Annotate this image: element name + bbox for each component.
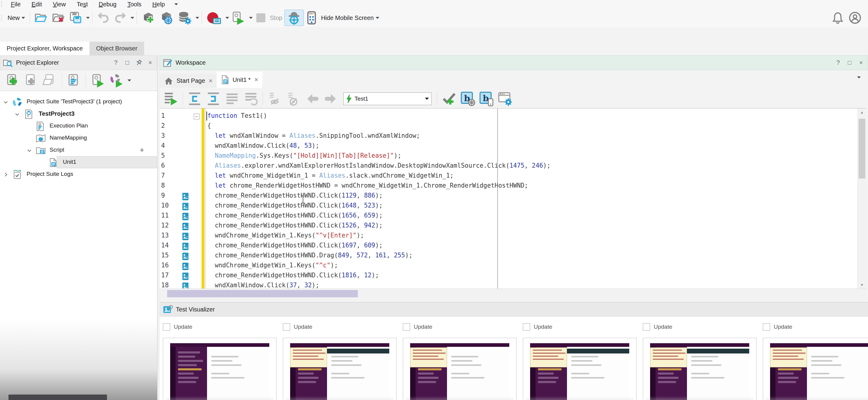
undo-options-caret[interactable] xyxy=(130,16,134,19)
visualizer-frame-icon[interactable] xyxy=(182,222,189,231)
spy-button[interactable] xyxy=(284,10,304,26)
visualizer-frame-icon[interactable] xyxy=(182,282,189,289)
data-settings-button[interactable] xyxy=(176,10,194,26)
add-script-unit-button[interactable]: + xyxy=(140,145,144,155)
code-line[interactable]: chrome_RenderWidgetHostHWND.Click(1697, … xyxy=(207,242,383,249)
visualizer-frame-icon[interactable] xyxy=(182,252,189,260)
open-item-button[interactable] xyxy=(40,72,59,88)
update-checkbox[interactable] xyxy=(163,323,170,331)
menu-edit[interactable]: Edit xyxy=(26,1,47,8)
scrollbar-thumb[interactable] xyxy=(859,119,865,178)
menubar-grip[interactable] xyxy=(1,1,3,7)
code-line[interactable]: chrome_RenderWidgetHostHWND.Drag(849, 57… xyxy=(207,252,412,259)
run-project-caret[interactable] xyxy=(128,79,131,81)
account-button[interactable] xyxy=(846,10,864,26)
close-tab-icon[interactable]: × xyxy=(254,76,258,84)
maximize-button[interactable]: □ xyxy=(124,59,131,66)
visualizer-frame-icon[interactable] xyxy=(182,272,189,280)
notifications-button[interactable] xyxy=(829,10,846,26)
chevron-right-icon[interactable] xyxy=(2,171,9,178)
update-checkbox[interactable] xyxy=(403,323,410,331)
record-button[interactable] xyxy=(204,10,224,26)
run-target-combobox[interactable]: Test1 xyxy=(343,93,432,105)
run-options-caret[interactable] xyxy=(249,16,253,19)
browser-settings-button[interactable] xyxy=(496,91,515,107)
code-line[interactable]: chrome_RenderWidgetHostHWND.Click(1648, … xyxy=(207,202,383,209)
code-line[interactable]: NameMapping.Sys.Keys("[Hold][Win][Tab][R… xyxy=(207,152,401,159)
menu-view[interactable]: View xyxy=(48,1,71,8)
visualizer-frame-icon[interactable] xyxy=(182,262,189,270)
tab-project-explorer-workspace[interactable]: Project Explorer, Workspace xyxy=(0,42,89,55)
menu-file[interactable]: File xyxy=(5,1,26,8)
chevron-down-icon[interactable] xyxy=(26,147,33,154)
run-routine-button[interactable] xyxy=(161,91,180,107)
add-new-project-button[interactable] xyxy=(3,72,22,88)
update-checkbox[interactable] xyxy=(283,323,290,331)
tab-list-dropdown[interactable] xyxy=(857,76,861,78)
code-line[interactable]: wndChrome_WidgetWin_1.Keys("^c"); xyxy=(207,262,338,269)
close-panel-button[interactable]: × xyxy=(147,59,154,66)
code-line[interactable]: let chrome_RenderWidgetHostHWND = wndChr… xyxy=(207,182,528,189)
revert-button[interactable] xyxy=(242,91,260,107)
map-object-button[interactable] xyxy=(157,10,176,26)
new-caret-icon[interactable] xyxy=(22,16,25,19)
mobile-screen-button[interactable]: Hide Mobile Screen xyxy=(304,10,381,26)
run-test-button[interactable] xyxy=(229,10,247,26)
combo-caret-icon[interactable] xyxy=(425,97,429,100)
menubar-options-caret[interactable] xyxy=(175,3,178,5)
chevron-down-icon[interactable] xyxy=(2,99,9,105)
code-fold-toggle[interactable]: − xyxy=(194,113,199,119)
object-options-caret[interactable] xyxy=(195,16,199,19)
close-file-button[interactable] xyxy=(50,10,67,26)
update-checkbox[interactable] xyxy=(763,323,770,331)
workspace-close-button[interactable]: × xyxy=(858,59,865,66)
execution-plan-button[interactable] xyxy=(64,72,83,88)
code-line[interactable]: wndXamlWindow.Click(48, 53); xyxy=(207,142,319,149)
navigate-back-button[interactable] xyxy=(303,91,321,107)
code-line[interactable]: chrome_RenderWidgetHostHWND.Click(1656, … xyxy=(207,212,383,219)
code-line[interactable]: Aliases.explorer.wndXamlExplorerHostIsla… xyxy=(207,162,551,169)
mobile-checkpoint-button[interactable]: b xyxy=(477,91,496,107)
code-line[interactable]: chrome_RenderWidgetHostHWND.Click(1816, … xyxy=(207,272,379,279)
visualizer-thumbnail[interactable] xyxy=(523,338,637,400)
undo-button[interactable] xyxy=(95,10,112,26)
web-checkpoint-button[interactable]: b xyxy=(459,91,477,107)
visualizer-frame-icon[interactable] xyxy=(182,202,189,210)
visualizer-frame-icon[interactable] xyxy=(182,242,189,251)
code-line[interactable]: chrome_RenderWidgetHostHWND.Click(1526, … xyxy=(207,222,383,229)
update-checkbox[interactable] xyxy=(643,323,650,331)
visualizer-frame-icon[interactable] xyxy=(182,212,189,221)
editor-horizontal-scrollbar[interactable] xyxy=(160,289,866,299)
visualizer-thumbnail[interactable] xyxy=(763,338,868,400)
update-checkbox[interactable] xyxy=(523,323,530,331)
add-item-button[interactable] xyxy=(22,72,40,88)
block-end-button[interactable] xyxy=(204,91,223,107)
run-project-button[interactable] xyxy=(88,72,107,88)
block-start-button[interactable] xyxy=(185,91,204,107)
code-line[interactable]: function Test1() xyxy=(207,112,267,119)
menu-help[interactable]: Help xyxy=(147,1,170,8)
help-button[interactable]: ? xyxy=(112,59,119,66)
stop-button[interactable]: Stop xyxy=(253,10,284,26)
workspace-help-button[interactable]: ? xyxy=(834,59,842,66)
code-line[interactable]: wndChrome_WidgetWin_1.Keys("^v[Enter]"); xyxy=(207,232,364,239)
chevron-down-icon[interactable] xyxy=(14,111,21,118)
new-button[interactable]: New xyxy=(5,10,27,26)
hscrollbar-thumb[interactable] xyxy=(167,290,358,297)
close-tab-icon[interactable]: × xyxy=(209,77,213,85)
code-editor[interactable]: 1−function Test1()2{3 let wndXamlWindow … xyxy=(160,108,866,289)
redo-button[interactable] xyxy=(112,10,129,26)
save-button[interactable] xyxy=(67,10,84,26)
routine-list-button[interactable] xyxy=(223,91,242,107)
record-options-caret[interactable] xyxy=(225,16,229,19)
visualizer-frame-icon[interactable] xyxy=(182,232,189,240)
mobile-options-caret[interactable] xyxy=(376,16,379,19)
code-line[interactable]: chrome_RenderWidgetHostHWND.Click(1129, … xyxy=(207,192,383,199)
visualizer-thumbnail[interactable] xyxy=(643,338,756,400)
doc-tab-start-page[interactable]: Start Page× xyxy=(160,74,217,88)
code-line[interactable]: let wndChrome_WidgetWin_1 = Aliases.slac… xyxy=(207,172,454,179)
editor-vertical-scrollbar[interactable]: ▲ ▼ xyxy=(858,108,866,289)
visualizer-thumbnail[interactable] xyxy=(283,338,397,400)
save-options-caret[interactable] xyxy=(86,16,90,19)
menu-test[interactable]: Test xyxy=(71,1,93,8)
